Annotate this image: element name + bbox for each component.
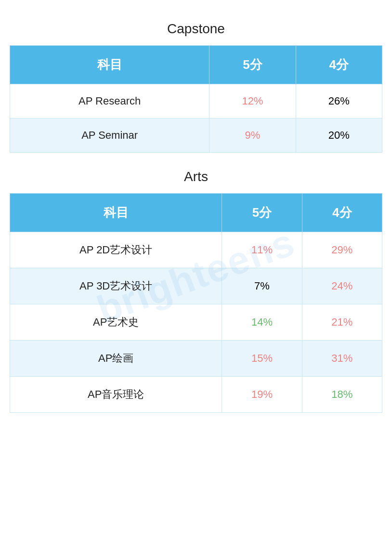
arts-table: 科目 5分 4分 AP 2D艺术设计11%29%AP 3D艺术设计7%24%AP… bbox=[10, 193, 382, 413]
capstone-header-score5: 5分 bbox=[209, 46, 296, 84]
table-row: AP Research12%26% bbox=[10, 84, 382, 118]
cell-score5: 11% bbox=[222, 232, 302, 268]
page-container: brighteens Capstone 科目 5分 4分 AP Research… bbox=[10, 10, 382, 413]
table-row: AP绘画15%31% bbox=[10, 341, 382, 377]
capstone-table: 科目 5分 4分 AP Research12%26%AP Seminar9%20… bbox=[10, 45, 382, 153]
cell-score5: 12% bbox=[209, 84, 296, 118]
cell-subject: AP绘画 bbox=[10, 341, 222, 377]
cell-score5: 7% bbox=[222, 268, 302, 304]
table-row: AP 3D艺术设计7%24% bbox=[10, 268, 382, 304]
cell-score4: 29% bbox=[302, 232, 382, 268]
table-row: AP艺术史14%21% bbox=[10, 304, 382, 341]
cell-subject: AP Research bbox=[10, 84, 209, 118]
arts-header-score5: 5分 bbox=[222, 194, 302, 232]
cell-subject: AP Seminar bbox=[10, 118, 209, 153]
arts-title: Arts bbox=[10, 158, 382, 193]
arts-header-subject: 科目 bbox=[10, 194, 222, 232]
cell-subject: AP音乐理论 bbox=[10, 377, 222, 413]
cell-score4: 20% bbox=[296, 118, 382, 153]
capstone-title: Capstone bbox=[10, 10, 382, 45]
arts-header-score4: 4分 bbox=[302, 194, 382, 232]
arts-section: Arts 科目 5分 4分 AP 2D艺术设计11%29%AP 3D艺术设计7%… bbox=[10, 158, 382, 413]
cell-score5: 19% bbox=[222, 377, 302, 413]
table-row: AP 2D艺术设计11%29% bbox=[10, 232, 382, 268]
cell-score5: 14% bbox=[222, 304, 302, 341]
cell-subject: AP 3D艺术设计 bbox=[10, 268, 222, 304]
cell-score5: 15% bbox=[222, 341, 302, 377]
capstone-header-subject: 科目 bbox=[10, 46, 209, 84]
capstone-header-score4: 4分 bbox=[296, 46, 382, 84]
cell-score4: 21% bbox=[302, 304, 382, 341]
cell-score5: 9% bbox=[209, 118, 296, 153]
table-row: AP音乐理论19%18% bbox=[10, 377, 382, 413]
table-row: AP Seminar9%20% bbox=[10, 118, 382, 153]
cell-score4: 31% bbox=[302, 341, 382, 377]
cell-subject: AP艺术史 bbox=[10, 304, 222, 341]
cell-score4: 18% bbox=[302, 377, 382, 413]
capstone-section: Capstone 科目 5分 4分 AP Research12%26%AP Se… bbox=[10, 10, 382, 153]
cell-subject: AP 2D艺术设计 bbox=[10, 232, 222, 268]
cell-score4: 24% bbox=[302, 268, 382, 304]
cell-score4: 26% bbox=[296, 84, 382, 118]
